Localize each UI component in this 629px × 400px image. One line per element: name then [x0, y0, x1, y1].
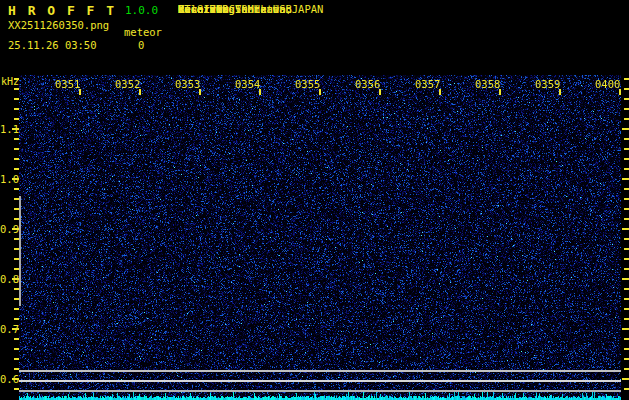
reference-line — [19, 390, 621, 392]
freq-tick-label: 1.0 — [0, 173, 12, 185]
freq-minor-tick — [14, 78, 19, 80]
freq-minor-tick — [624, 188, 629, 190]
freq-major-tick — [622, 178, 629, 180]
time-tick-label: 0356 — [355, 79, 380, 90]
freq-minor-tick — [624, 148, 629, 150]
freq-minor-tick — [624, 348, 629, 350]
freq-minor-tick — [624, 218, 629, 220]
freq-minor-tick — [624, 338, 629, 340]
freq-minor-tick — [14, 108, 19, 110]
freq-major-tick — [622, 228, 629, 230]
time-minute-tick — [199, 89, 201, 95]
freq-minor-tick — [624, 288, 629, 290]
time-tick-label: 0400 — [595, 79, 620, 90]
freq-minor-tick — [624, 318, 629, 320]
time-minute-tick — [379, 89, 381, 95]
freq-minor-tick — [14, 358, 19, 360]
time-tick-label: 0357 — [415, 79, 440, 90]
spectrogram-canvas — [19, 75, 621, 400]
app-version: 1.0.0 — [125, 4, 158, 17]
freq-major-tick — [622, 278, 629, 280]
time-minute-tick — [259, 89, 261, 95]
mode-label: meteor — [124, 26, 162, 38]
freq-major-tick — [12, 128, 19, 130]
time-minute-tick — [619, 89, 621, 95]
detection-band-marker — [19, 196, 21, 306]
datetime-label: 25.11.26 03:50 — [8, 39, 97, 51]
freq-minor-tick — [624, 368, 629, 370]
time-minute-tick — [439, 89, 441, 95]
time-tick-label: 0354 — [235, 79, 260, 90]
freq-minor-tick — [14, 118, 19, 120]
freq-minor-tick — [14, 308, 19, 310]
freq-minor-tick — [624, 308, 629, 310]
freq-minor-tick — [14, 348, 19, 350]
freq-minor-tick — [624, 158, 629, 160]
freq-minor-tick — [624, 108, 629, 110]
freq-minor-tick — [624, 258, 629, 260]
freq-minor-tick — [14, 188, 19, 190]
freq-minor-tick — [624, 98, 629, 100]
freq-tick-label: 0.8 — [0, 273, 12, 285]
time-tick-label: 0359 — [535, 79, 560, 90]
time-tick-label: 0351 — [55, 79, 80, 90]
freq-tick-label: 1.1 — [0, 123, 12, 135]
freq-minor-tick — [14, 338, 19, 340]
freq-minor-tick — [624, 248, 629, 250]
freq-major-tick — [622, 328, 629, 330]
freq-minor-tick — [624, 78, 629, 80]
freq-major-tick — [12, 378, 19, 380]
time-tick-label: 0355 — [295, 79, 320, 90]
freq-minor-tick — [14, 98, 19, 100]
freq-minor-tick — [14, 168, 19, 170]
reference-line — [19, 380, 621, 382]
freq-minor-tick — [624, 388, 629, 390]
freq-tick-label: 0.6 — [0, 373, 12, 385]
time-minute-tick — [79, 89, 81, 95]
freq-major-tick — [622, 128, 629, 130]
output-filename: XX2511260350.png — [8, 19, 109, 31]
freq-minor-tick — [14, 148, 19, 150]
time-tick-label: 0358 — [475, 79, 500, 90]
freq-minor-tick — [624, 268, 629, 270]
freq-major-tick — [622, 378, 629, 380]
time-minute-tick — [499, 89, 501, 95]
freq-minor-tick — [624, 198, 629, 200]
freq-minor-tick — [624, 138, 629, 140]
freq-minor-tick — [14, 138, 19, 140]
freq-minor-tick — [624, 208, 629, 210]
freq-minor-tick — [624, 168, 629, 170]
app-title: H R O F F T — [8, 3, 116, 18]
freq-minor-tick — [624, 298, 629, 300]
freq-minor-tick — [14, 88, 19, 90]
time-minute-tick — [559, 89, 561, 95]
info-value: 2ele HB9CV — [178, 4, 241, 16]
freq-minor-tick — [624, 238, 629, 240]
freq-minor-tick — [624, 88, 629, 90]
freq-tick-label: 0.7 — [0, 323, 12, 335]
time-tick-label: 0352 — [115, 79, 140, 90]
reference-line — [19, 370, 621, 372]
freq-tick-label: 0.9 — [0, 223, 12, 235]
freq-major-tick — [12, 178, 19, 180]
time-tick-label: 0353 — [175, 79, 200, 90]
freq-minor-tick — [624, 358, 629, 360]
freq-minor-tick — [14, 158, 19, 160]
time-minute-tick — [139, 89, 141, 95]
meteor-count: 0 — [138, 39, 144, 51]
freq-major-tick — [12, 328, 19, 330]
time-minute-tick — [319, 89, 321, 95]
freq-minor-tick — [14, 318, 19, 320]
hrofft-screen: H R O F F T 1.0.0 XX2511260350.png meteo… — [0, 0, 629, 400]
freq-minor-tick — [624, 118, 629, 120]
